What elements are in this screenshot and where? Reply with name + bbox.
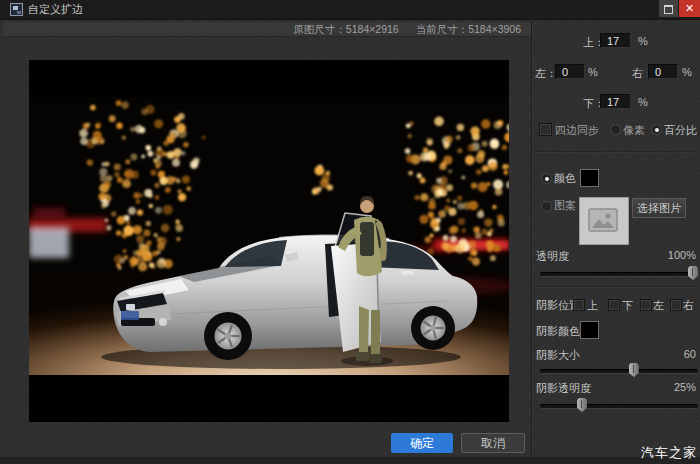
original-size-text: 原图尺寸：5184×2916 (293, 23, 398, 35)
opacity-value: 100% (668, 249, 696, 261)
separator (535, 286, 695, 288)
shadow-top-checkbox[interactable] (573, 299, 585, 311)
pattern-thumbnail[interactable] (579, 197, 629, 245)
shadow-size-value: 60 (684, 348, 696, 360)
shadow-opacity-label: 阴影透明度 (536, 381, 591, 396)
pattern-label[interactable]: 图案 (554, 198, 576, 213)
left-input[interactable] (555, 64, 585, 79)
slider-thumb[interactable] (629, 363, 639, 377)
shadow-size-slider[interactable] (540, 363, 698, 377)
shadow-left-checkbox[interactable] (640, 299, 652, 311)
right-unit: % (682, 66, 692, 78)
color-label[interactable]: 颜色 (554, 171, 576, 186)
opacity-slider[interactable] (540, 266, 698, 280)
slider-track[interactable] (540, 404, 698, 409)
pattern-radio[interactable] (541, 201, 552, 212)
separator (535, 151, 695, 153)
top-unit: % (638, 35, 648, 47)
sync-checkbox[interactable] (539, 123, 552, 136)
left-unit: % (588, 66, 598, 78)
shadow-size-label: 阴影大小 (536, 348, 580, 363)
slider-thumb[interactable] (688, 266, 698, 280)
pixel-radio[interactable] (610, 124, 621, 135)
shadow-right-checkbox[interactable] (670, 299, 682, 311)
size-info-bar: 原图尺寸：5184×2916 当前尺寸：5184×3906 (3, 22, 531, 37)
color-radio[interactable] (541, 173, 552, 184)
choose-image-button[interactable]: 选择图片 (632, 198, 686, 218)
shadow-left-label[interactable]: 左 (653, 298, 664, 313)
shadow-opacity-value: 25% (674, 381, 696, 393)
slider-track[interactable] (540, 272, 698, 277)
maximize-icon (664, 5, 673, 14)
settings-panel: 上： % 左： % 右： % 下： % 四边同步 像素 百分比 颜色 图案 (533, 19, 700, 464)
image-placeholder-icon (580, 198, 626, 242)
cancel-button[interactable]: 取消 (461, 433, 525, 453)
window-title: 自定义扩边 (28, 0, 83, 19)
preview-area (29, 60, 509, 422)
shadow-color-swatch[interactable] (580, 321, 599, 339)
shadow-right-label[interactable]: 右 (683, 298, 694, 313)
current-size-text: 当前尺寸：5184×3906 (416, 23, 521, 35)
percent-radio[interactable] (651, 124, 662, 135)
pixel-label[interactable]: 像素 (623, 123, 645, 138)
left-label: 左： (535, 66, 557, 81)
shadow-top-label[interactable]: 上 (587, 298, 598, 313)
bottom-input[interactable] (600, 94, 631, 109)
slider-track[interactable] (540, 369, 698, 374)
shadow-color-label: 阴影颜色 (536, 324, 580, 339)
title-bar: 自定义扩边 ✕ (0, 0, 700, 20)
percent-label[interactable]: 百分比 (664, 123, 697, 138)
shadow-opacity-slider[interactable] (540, 398, 698, 412)
shadow-bottom-label[interactable]: 下 (622, 298, 633, 313)
slider-thumb[interactable] (577, 398, 587, 412)
close-button[interactable]: ✕ (679, 0, 700, 17)
top-input[interactable] (600, 33, 631, 48)
window-bottom-edge (0, 457, 700, 464)
sync-label[interactable]: 四边同步 (555, 123, 599, 138)
preview-image (29, 60, 509, 422)
fill-color-swatch[interactable] (580, 169, 599, 187)
app-icon (10, 3, 23, 16)
shadow-bottom-checkbox[interactable] (608, 299, 620, 311)
bottom-unit: % (638, 96, 648, 108)
dialog-body: 原图尺寸：5184×2916 当前尺寸：5184×3906 (0, 19, 700, 464)
maximize-button[interactable] (659, 0, 678, 17)
watermark-text: 汽车之家 (641, 444, 697, 462)
right-input[interactable] (648, 64, 678, 79)
opacity-label: 透明度 (536, 249, 569, 264)
ok-button[interactable]: 确定 (391, 433, 453, 453)
